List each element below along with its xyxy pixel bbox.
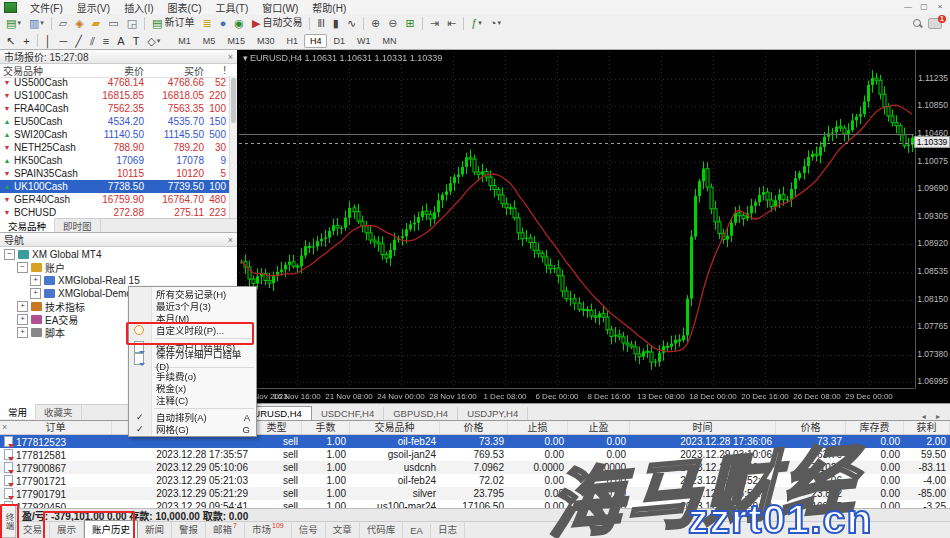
history-col-6[interactable]: 止损 [508,421,568,434]
collapse-icon[interactable]: − [17,262,28,273]
timeframe-H1[interactable]: H1 [280,34,304,48]
terminal-tab-市场[interactable]: 市场109 [245,521,292,538]
line-chart-type-icon[interactable]: ∿ [344,15,359,31]
notification-icon[interactable]: 1 [928,18,942,29]
timeframe-W1[interactable]: W1 [351,34,377,48]
context-menu-item[interactable]: 手续费(o) [129,370,256,382]
terminal-tab-文章[interactable]: 文章 [326,521,360,538]
history-col-2[interactable]: 类型 [252,421,302,434]
navigator-toggle-icon[interactable]: ▰ [89,15,103,31]
terminal-tab-日志[interactable]: 日志 [431,521,465,538]
terminal-tab-代码库[interactable]: 代码库 [360,521,404,538]
menu-item-0[interactable]: 文件(F) [23,3,70,14]
context-menu-item[interactable]: ✓自动排列(A)A [129,411,256,423]
timeframe-MN[interactable]: MN [376,34,402,48]
tab-常用[interactable]: 常用 [0,404,36,419]
context-menu-item[interactable]: 最近3个月(3) [129,300,256,312]
menu-item-3[interactable]: 图表(C) [161,3,209,14]
label-tool-icon[interactable]: T [130,33,143,49]
expand-icon[interactable]: + [17,327,28,338]
shapes-tool-icon[interactable]: ◇▾ [144,33,163,49]
tile-windows-icon[interactable]: ⊞ [403,15,418,31]
market-watch-row[interactable]: ▲SWI20Cash11140.5011145.50500 [0,128,230,141]
crosshair-tool-icon[interactable]: + [20,33,32,49]
horizontal-line-tool-icon[interactable]: ─ [57,33,71,49]
navigator-item[interactable]: −XM Global MT4 [0,248,237,261]
new-chart-icon[interactable]: ▤▾ [3,15,24,31]
expand-icon[interactable]: + [30,288,41,299]
strategy-tester-icon[interactable]: ◲ [124,15,140,31]
periods-list-icon[interactable]: ◔▾ [487,15,504,31]
expand-icon[interactable]: + [17,301,28,312]
minimize-button[interactable]: — [901,2,915,12]
tab-收藏夹[interactable]: 收藏夹 [36,405,82,419]
timeframe-M1[interactable]: M1 [172,34,197,48]
candle-chart-type-icon[interactable]: ▮ [330,15,342,31]
timeframe-M5[interactable]: M5 [197,34,222,48]
restore-button[interactable]: ▢ [917,2,931,12]
close-icon[interactable]: × [228,52,233,62]
chart-window[interactable]: ▾ EURUSD,H4 1.10631 1.10631 1.10331 1.10… [237,49,950,404]
search-icon[interactable] [913,19,922,28]
market-watch-scrollbar[interactable] [229,76,237,219]
chart-tab-GBPUSD,H4[interactable]: GBPUSD,H4 [384,407,458,421]
expand-icon[interactable]: + [17,314,28,325]
terminal-tab-邮箱[interactable]: 邮箱7 [206,521,245,538]
history-col-5[interactable]: 价格 [440,421,508,434]
market-watch-row[interactable]: ▼US100Cash16815.8516818.05220 [0,89,230,102]
context-menu-item[interactable]: 注释(C) [129,394,256,406]
timeframe-D1[interactable]: D1 [327,34,351,48]
menu-item-6[interactable]: 帮助(H) [305,3,353,14]
indicators-list-icon[interactable]: ƒ▾ [468,15,485,31]
history-col-3[interactable]: 手数 [302,421,350,434]
timeframe-M15[interactable]: M15 [221,34,251,48]
chart-tab-USDJPY,H4[interactable]: USDJPY,H4 [458,407,528,421]
history-col-0[interactable]: 订单 [0,421,112,434]
history-col-7[interactable]: 止盈 [568,421,630,434]
market-watch-row[interactable]: ▲HK50Cash17069170789 [0,154,230,167]
expand-icon[interactable]: + [30,275,41,286]
market-watch-row[interactable]: ▼NETH25Cash788.90789.2030 [0,141,230,154]
chart-canvas[interactable] [239,52,914,389]
market-watch-row[interactable]: ▼US500Cash4768.144768.6652 [0,76,230,89]
zoom-out-icon[interactable]: ⊖ [385,15,400,31]
timeframe-H4[interactable]: H4 [304,34,328,48]
bar-chart-type-icon[interactable]: ǁǀ [314,15,327,31]
text-tool-icon[interactable]: A [114,33,127,49]
channel-tool-icon[interactable]: ⫽ [87,33,98,49]
web-icon[interactable]: ◉ [231,15,247,31]
tab-交易品种[interactable]: 交易品种 [0,218,55,233]
menu-item-2[interactable]: 插入(I) [117,3,160,14]
market-watch-row[interactable]: ▼SPAIN35Cash10115101205 [0,167,230,180]
profiles-icon[interactable]: ▥▾ [26,15,47,31]
market-watch-row[interactable]: ▼FRA40Cash7562.357563.35100 [0,102,230,115]
market-watch-row[interactable]: ▲EU50Cash4534.204535.70150 [0,115,230,128]
menu-item-1[interactable]: 显示(V) [70,3,117,14]
vertical-line-tool-icon[interactable]: │ [42,33,55,49]
market-watch-row[interactable]: ▼GER40Cash16759.9016764.70480 [0,193,230,206]
chart-tab-USDCHF,H4[interactable]: USDCHF,H4 [312,407,384,421]
terminal-tab-新闻[interactable]: 新闻 [138,521,172,538]
collapse-icon[interactable]: − [4,249,15,260]
mql-community-icon[interactable]: ● [217,15,230,31]
close-icon[interactable]: × [228,235,233,245]
market-watch-row[interactable]: ▲UK100Cash7738.507739.50100 [0,180,230,193]
menu-item-4[interactable]: 工具(T) [208,3,255,14]
timeframe-M30[interactable]: M30 [251,34,281,48]
crosshair-window-icon[interactable]: ◈ [72,15,86,31]
context-menu-item[interactable]: 保存为详细户口结单(D) [129,353,256,365]
context-menu-item[interactable]: ✓网格(G)G [129,423,256,435]
close-button[interactable]: × [933,2,947,12]
terminal-tab-信号[interactable]: 信号 [292,521,326,538]
trendline-tool-icon[interactable]: ╱ [72,33,85,49]
auto-trading-button[interactable]: ▶自动交易 [249,15,305,31]
fibonacci-tool-icon[interactable]: ≡ [100,33,112,49]
terminal-tab-EA[interactable]: EA [403,524,431,538]
auto-scroll-icon[interactable]: ⇥ [427,15,442,31]
market-watch-toggle-icon[interactable]: ▱ [56,15,70,31]
terminal-tab-警报[interactable]: 警报 [172,521,206,538]
cursor-tool-icon[interactable]: ↖ [3,33,18,49]
terminal-toggle-icon[interactable]: ▭ [105,15,121,31]
navigator-item[interactable]: −账户 [0,261,237,274]
chart-shift-icon[interactable]: ⇤ [444,15,459,31]
